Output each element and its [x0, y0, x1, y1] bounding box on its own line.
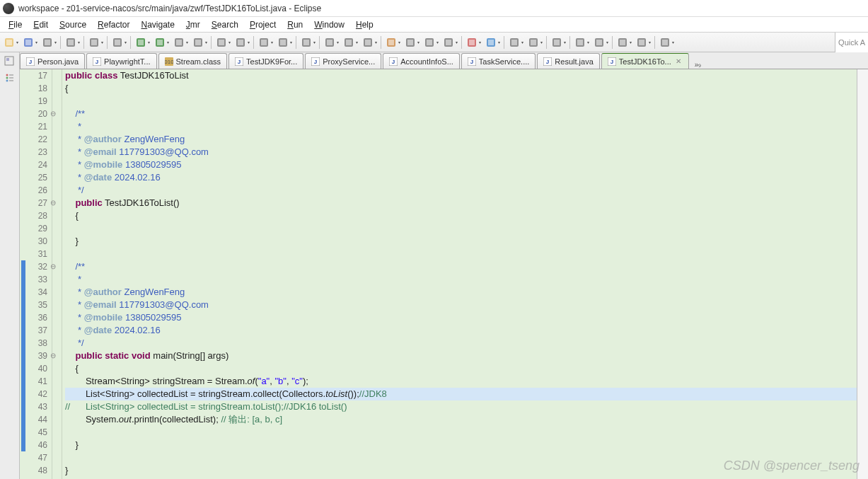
svg-rect-61 — [639, 40, 644, 45]
svg-rect-27 — [280, 40, 286, 45]
editor-tab-8[interactable]: JTestJDK16To...✕ — [601, 53, 689, 69]
svg-rect-65 — [6, 58, 9, 61]
svg-text:J: J — [238, 59, 241, 65]
tab-label: Result.java — [555, 57, 593, 66]
search2-button[interactable] — [341, 35, 357, 50]
nav-fwd-button[interactable] — [634, 35, 649, 50]
print-button[interactable] — [63, 35, 79, 50]
bug-button[interactable] — [464, 35, 480, 50]
svg-rect-13 — [138, 40, 144, 45]
cols-button[interactable] — [422, 35, 437, 50]
file-icon: J — [26, 57, 35, 66]
menu-window[interactable]: Window — [308, 18, 350, 31]
svg-rect-25 — [261, 40, 267, 45]
file-icon: J — [93, 57, 101, 66]
world-button[interactable] — [483, 35, 499, 50]
svg-text:J: J — [314, 59, 317, 65]
menu-navigate[interactable]: Navigate — [135, 18, 180, 31]
markers-button[interactable] — [441, 35, 456, 50]
quick-access-box[interactable]: Quick A — [835, 33, 868, 52]
new-package-button[interactable] — [233, 35, 248, 50]
menu-bar: FileEditSourceRefactorNavigateJmrSearchP… — [0, 17, 868, 33]
svg-rect-57 — [596, 40, 602, 45]
search-button[interactable] — [322, 35, 337, 50]
svg-rect-23 — [238, 40, 243, 45]
gen2-button[interactable] — [275, 35, 291, 50]
editor-tab-6[interactable]: JTaskService.... — [461, 53, 536, 69]
svg-text:010: 010 — [165, 59, 173, 65]
svg-rect-21 — [219, 40, 224, 45]
run-ext-button[interactable] — [171, 35, 187, 50]
window-title: workspace - z01-service-nacos/src/main/j… — [18, 4, 321, 13]
coverage-button[interactable] — [190, 35, 206, 50]
wand-button[interactable] — [383, 35, 399, 50]
main-toolbar: ▾▾▾▾▾▾▾▾▾▾▾▾▾▾▾▾▾▾▾▾▾▾▾▾▾▾▾▾▾▾▾▾ — [0, 33, 868, 52]
editor-body[interactable]: 1718192021222324252627282930313233343536… — [20, 69, 868, 479]
back-button[interactable] — [572, 35, 588, 50]
editor-tab-0[interactable]: JPerson.java — [20, 53, 85, 69]
file-icon: J — [311, 57, 320, 66]
svg-rect-7 — [68, 40, 74, 45]
title-bar: workspace - z01-service-nacos/src/main/j… — [0, 0, 868, 17]
overview-ruler — [857, 69, 868, 479]
fwd-button[interactable] — [591, 35, 607, 50]
save-button[interactable] — [21, 35, 36, 50]
tab-label: Stream.class — [176, 57, 221, 66]
run-button[interactable] — [152, 35, 168, 50]
svg-text:J: J — [96, 59, 98, 65]
nav-back-button[interactable] — [615, 35, 630, 50]
refresh-button[interactable] — [549, 35, 565, 50]
outline-icon[interactable] — [4, 72, 16, 85]
menu-help[interactable]: Help — [350, 18, 379, 31]
code-area[interactable]: public class TestJDK16ToList{ /** * * @a… — [62, 69, 857, 479]
menu-search[interactable]: Search — [206, 18, 244, 31]
tab-label: ProxyService... — [323, 57, 375, 66]
build-button[interactable] — [86, 35, 102, 50]
close-icon[interactable]: ✕ — [674, 57, 683, 65]
tab-label: TestJDK16To... — [619, 57, 671, 66]
svg-point-66 — [6, 74, 8, 76]
svg-rect-41 — [427, 40, 432, 45]
skip-button[interactable] — [110, 35, 125, 50]
team-button[interactable] — [526, 35, 541, 50]
editor-tab-7[interactable]: JResult.java — [537, 53, 599, 69]
menu-file[interactable]: File — [3, 18, 28, 31]
debug-button[interactable] — [133, 35, 149, 50]
menu-refactor[interactable]: Refactor — [92, 18, 135, 31]
new-class-button[interactable] — [214, 35, 229, 50]
editor-tab-5[interactable]: JAccountInfoS... — [383, 53, 460, 69]
editor-tab-bar: JPerson.javaJPlaywrightT...010Stream.cla… — [20, 52, 868, 69]
grid-button[interactable] — [403, 35, 418, 50]
task-button[interactable] — [360, 35, 376, 50]
file-icon: J — [608, 57, 616, 66]
svg-point-68 — [6, 80, 8, 82]
svg-rect-55 — [577, 40, 583, 45]
svg-rect-9 — [91, 40, 97, 45]
tab-overflow[interactable]: »₉ — [690, 61, 706, 69]
svg-rect-19 — [195, 40, 201, 45]
menu-jmr[interactable]: Jmr — [180, 18, 206, 31]
sync-button[interactable] — [507, 35, 522, 50]
menu-run[interactable]: Run — [282, 18, 308, 31]
editor-tab-2[interactable]: 010Stream.class — [158, 53, 228, 69]
svg-text:J: J — [546, 59, 549, 65]
menu-project[interactable]: Project — [244, 18, 282, 31]
pin-button[interactable] — [657, 35, 673, 50]
svg-rect-35 — [365, 40, 371, 45]
gen-button[interactable] — [256, 35, 272, 50]
menu-source[interactable]: Source — [54, 18, 92, 31]
editor-tab-1[interactable]: JPlaywrightT... — [86, 53, 156, 69]
svg-rect-15 — [157, 40, 163, 45]
tab-label: TestJDK9For... — [246, 57, 297, 66]
editor-tab-4[interactable]: JProxyService... — [305, 53, 381, 69]
file-icon: J — [389, 57, 398, 66]
svg-rect-17 — [176, 40, 182, 45]
line-gutter: 1718192021222324252627282930313233343536… — [20, 69, 52, 479]
new-button[interactable] — [1, 35, 17, 50]
save-all-button[interactable] — [40, 35, 55, 50]
editor-tab-3[interactable]: JTestJDK9For... — [228, 53, 303, 69]
svg-rect-45 — [469, 40, 475, 45]
menu-edit[interactable]: Edit — [28, 18, 54, 31]
open-type-button[interactable] — [299, 35, 314, 50]
restore-view-icon[interactable] — [4, 55, 16, 68]
